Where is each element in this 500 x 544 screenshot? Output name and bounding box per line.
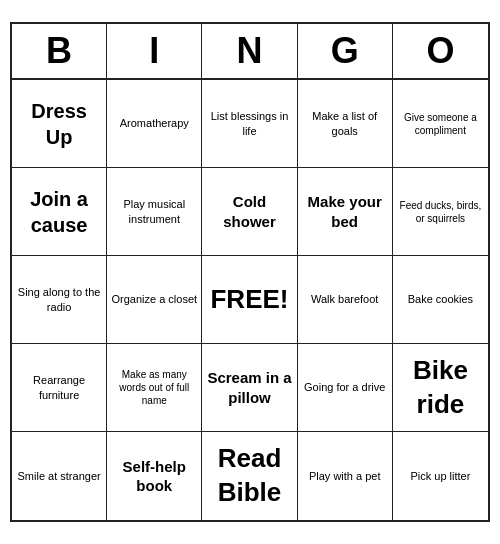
cell-text: Self-help book [111,457,197,496]
bingo-cell: Smile at stranger [12,432,107,520]
cell-text: Read Bible [206,442,292,510]
bingo-cell: Bake cookies [393,256,488,344]
cell-text: Play with a pet [309,469,381,483]
cell-text: Play musical instrument [111,197,197,226]
cell-text: Walk barefoot [311,292,378,306]
cell-text: Smile at stranger [18,469,101,483]
header-letter: N [202,24,297,78]
bingo-cell: Aromatherapy [107,80,202,168]
bingo-cell: Going for a drive [298,344,393,432]
bingo-card: BINGO Dress UpAromatherapyList blessings… [10,22,490,522]
bingo-cell: Play with a pet [298,432,393,520]
cell-text: Pick up litter [410,469,470,483]
bingo-grid: Dress UpAromatherapyList blessings in li… [12,80,488,520]
bingo-cell: Rearrange furniture [12,344,107,432]
bingo-cell: Bike ride [393,344,488,432]
bingo-cell: Self-help book [107,432,202,520]
bingo-cell: List blessings in life [202,80,297,168]
cell-text: List blessings in life [206,109,292,138]
header-letter: G [298,24,393,78]
cell-text: Make as many words out of full name [111,368,197,407]
bingo-header: BINGO [12,24,488,80]
bingo-cell: Pick up litter [393,432,488,520]
cell-text: Aromatherapy [120,116,189,130]
bingo-cell: Join a cause [12,168,107,256]
bingo-cell: FREE! [202,256,297,344]
bingo-cell: Sing along to the radio [12,256,107,344]
cell-text: Join a cause [16,186,102,238]
cell-text: Make your bed [302,192,388,231]
cell-text: Feed ducks, birds, or squirrels [397,199,484,225]
bingo-cell: Read Bible [202,432,297,520]
cell-text: Bake cookies [408,292,473,306]
bingo-cell: Give someone a compliment [393,80,488,168]
bingo-cell: Make as many words out of full name [107,344,202,432]
bingo-cell: Walk barefoot [298,256,393,344]
cell-text: Dress Up [16,98,102,150]
header-letter: I [107,24,202,78]
cell-text: Scream in a pillow [206,368,292,407]
bingo-cell: Organize a closet [107,256,202,344]
bingo-cell: Cold shower [202,168,297,256]
cell-text: Bike ride [397,354,484,422]
cell-text: FREE! [210,283,288,317]
header-letter: B [12,24,107,78]
bingo-cell: Play musical instrument [107,168,202,256]
cell-text: Sing along to the radio [16,285,102,314]
cell-text: Rearrange furniture [16,373,102,402]
bingo-cell: Make your bed [298,168,393,256]
cell-text: Going for a drive [304,380,385,394]
header-letter: O [393,24,488,78]
cell-text: Organize a closet [111,292,197,306]
cell-text: Cold shower [206,192,292,231]
cell-text: Give someone a compliment [397,111,484,137]
cell-text: Make a list of goals [302,109,388,138]
bingo-cell: Feed ducks, birds, or squirrels [393,168,488,256]
bingo-cell: Dress Up [12,80,107,168]
bingo-cell: Make a list of goals [298,80,393,168]
bingo-cell: Scream in a pillow [202,344,297,432]
